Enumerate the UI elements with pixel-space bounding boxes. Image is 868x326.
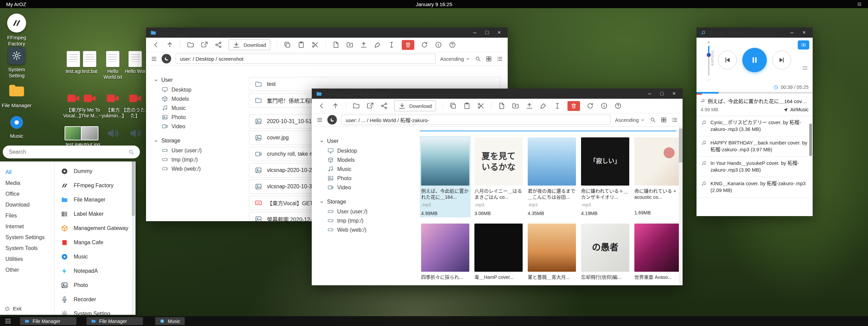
- sidebar-item-desktop[interactable]: Desktop: [153, 85, 240, 94]
- refresh-button[interactable]: [586, 102, 594, 110]
- close-button[interactable]: ×: [495, 30, 504, 36]
- sidebar-item-models[interactable]: Models: [153, 94, 240, 103]
- file-tile[interactable]: 夏を見て いるかな 八月のレイニー＿はるまきごはん co... .mp3 3.0…: [473, 136, 524, 217]
- category-office[interactable]: Office: [0, 189, 54, 199]
- file-tile[interactable]: 四季折々に採られ...: [420, 222, 471, 282]
- file-tile[interactable]: 例えば、今此処に置かれた花に＿164... .mp3 4.99MB: [420, 136, 471, 217]
- pause-button[interactable]: [742, 48, 767, 72]
- info-button[interactable]: [435, 41, 442, 49]
- app-item-file-manager[interactable]: File Manager: [55, 193, 135, 207]
- search-button[interactable]: [475, 56, 481, 62]
- app-item-notepada[interactable]: NotepadA: [55, 264, 135, 278]
- app-item-dummy[interactable]: Dummy: [55, 164, 135, 178]
- file-tile[interactable]: の愚者 忘却飛行(信仰)編...: [580, 222, 631, 282]
- breadcrumb[interactable]: user: / ... / Hello World / 柘榴-zakuro-: [341, 115, 611, 125]
- new-file-button[interactable]: [498, 102, 505, 110]
- new-folder-button[interactable]: [346, 41, 354, 49]
- sidebar-section-storage[interactable]: Storage: [153, 136, 240, 146]
- up-button[interactable]: [332, 102, 339, 110]
- list-view-button[interactable]: [496, 56, 503, 62]
- grid-view-button[interactable]: [661, 117, 667, 123]
- copy-button[interactable]: [284, 41, 291, 49]
- open-in-new-button[interactable]: [201, 41, 208, 49]
- upload-button[interactable]: [526, 102, 533, 110]
- search-input[interactable]: [8, 149, 128, 155]
- app-item-label-maker[interactable]: Label Maker: [55, 207, 135, 221]
- category-other[interactable]: Other: [0, 265, 54, 275]
- dark-mode-toggle[interactable]: [327, 115, 337, 124]
- refresh-button[interactable]: [421, 41, 428, 49]
- desktop-file-hello-wor[interactable]: Hello Wor: [121, 51, 149, 74]
- sidebar-item-tmp-drive[interactable]: tmp (tmp:/): [153, 155, 240, 164]
- scrollbar-thumb[interactable]: [809, 123, 812, 156]
- app-item-music[interactable]: Music: [55, 250, 135, 264]
- category-files[interactable]: Files: [0, 210, 54, 221]
- info-button[interactable]: [600, 102, 608, 110]
- playlist-item[interactable]: In Your Hands＿yusukeP cover. by 柘榴-zakur…: [697, 157, 813, 177]
- volume-plus[interactable]: +: [707, 39, 710, 45]
- maximize-button[interactable]: □: [657, 91, 666, 97]
- minimize-button[interactable]: –: [470, 30, 479, 36]
- desktop-icon-system-setting[interactable]: System Setting: [0, 47, 33, 79]
- sidebar-section-storage[interactable]: Storage: [319, 197, 414, 207]
- share-button[interactable]: [380, 102, 388, 110]
- help-button[interactable]: [614, 102, 622, 110]
- file-tile[interactable]: 毒＿HamP cover...: [473, 222, 524, 282]
- upload-button[interactable]: [360, 41, 367, 49]
- list-menu-button[interactable]: [317, 117, 323, 123]
- app-item-photo[interactable]: Photo: [55, 278, 135, 292]
- desktop-file-audio-2[interactable]: [121, 126, 149, 142]
- rename-button[interactable]: [388, 41, 395, 49]
- category-media[interactable]: Media: [0, 178, 54, 189]
- desktop-file-video-4[interactable]: 【恋のうた...た】: [121, 91, 149, 119]
- file-tile[interactable]: 菫と薔薇＿青大月...: [526, 222, 577, 282]
- previous-button[interactable]: [718, 51, 737, 70]
- breadcrumb[interactable]: user: / Desktop / screenshot: [176, 54, 436, 64]
- open-button[interactable]: [187, 41, 194, 49]
- sidebar-item-models[interactable]: Models: [319, 155, 414, 165]
- minimize-button[interactable]: –: [645, 91, 654, 97]
- list-view-button[interactable]: [671, 117, 678, 123]
- paste-button[interactable]: [463, 102, 471, 110]
- category-download[interactable]: Download: [0, 199, 54, 210]
- sidebar-item-tmp-drive[interactable]: tmp (tmp:/): [319, 216, 414, 225]
- cut-button[interactable]: [477, 102, 485, 110]
- back-button[interactable]: [318, 102, 325, 110]
- theme-button[interactable]: [540, 102, 547, 110]
- download-button[interactable]: Download: [229, 39, 270, 50]
- up-button[interactable]: [166, 41, 174, 49]
- delete-button[interactable]: [402, 40, 414, 50]
- sidebar-item-photo[interactable]: Photo: [153, 113, 240, 122]
- sort-dropdown[interactable]: Ascending: [615, 117, 645, 123]
- category-all[interactable]: All: [0, 167, 54, 178]
- desktop-icon-file-manager[interactable]: File Manager: [0, 81, 33, 109]
- file-tile[interactable]: 君が夜の海に還るまで＿こんにちは谷田... .mp3 4.35MB: [526, 136, 577, 217]
- category-utilities[interactable]: Utilities: [0, 254, 54, 265]
- playlist-item[interactable]: Cynic＿ポリスピカデリー cover. by 柘榴-zakuro-.mp3 …: [697, 116, 813, 136]
- theme-button[interactable]: [374, 41, 381, 49]
- sidebar-item-music[interactable]: Music: [319, 165, 414, 174]
- paste-button[interactable]: [297, 41, 305, 49]
- app-item-manga-cafe[interactable]: Manga Cafe: [55, 235, 135, 250]
- category-system-settings[interactable]: System Settings: [0, 232, 54, 243]
- next-button[interactable]: [772, 51, 791, 70]
- new-file-button[interactable]: [332, 41, 340, 49]
- desktop-icon-ffmpeg-factory[interactable]: FFmpeg Factory: [0, 14, 33, 47]
- search-button[interactable]: [650, 117, 656, 123]
- airmusic-button[interactable]: AirMusic: [783, 107, 809, 112]
- top-menu-button[interactable]: [857, 2, 862, 7]
- playlist-item[interactable]: HAPPY BIRTHDAY＿back number cover. by 柘榴-…: [697, 136, 813, 157]
- copy-button[interactable]: [449, 102, 457, 110]
- cut-button[interactable]: [311, 41, 319, 49]
- sidebar-item-music[interactable]: Music: [153, 103, 240, 113]
- taskbar-item-music[interactable]: Music: [155, 317, 185, 325]
- title-bar[interactable]: 例えば、今此処に置かれた花に＿164 c... – ×: [697, 27, 813, 38]
- volume-track[interactable]: [708, 46, 709, 76]
- open-button[interactable]: [352, 102, 360, 110]
- category-system-tools[interactable]: System Tools: [0, 243, 54, 254]
- delete-button[interactable]: [567, 101, 580, 111]
- sidebar-section-user[interactable]: User: [319, 136, 414, 146]
- close-button[interactable]: ×: [670, 91, 679, 97]
- close-button[interactable]: ×: [800, 30, 809, 36]
- app-item-system-setting[interactable]: System Setting: [55, 307, 135, 315]
